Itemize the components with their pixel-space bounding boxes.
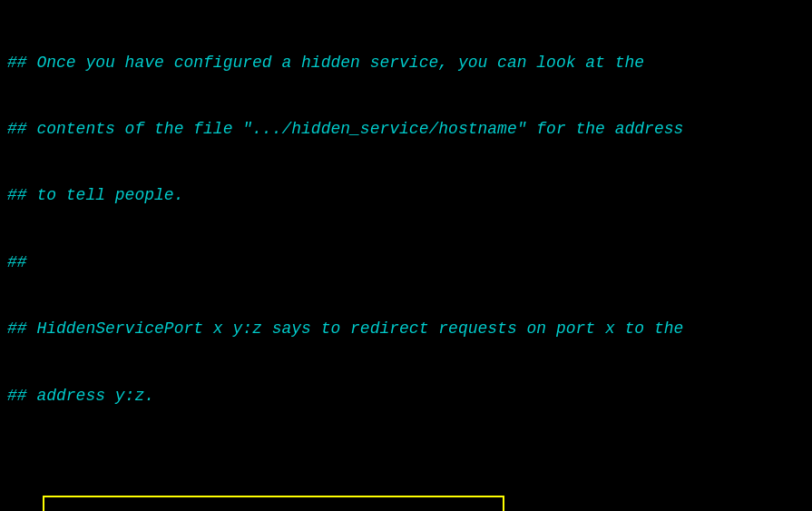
editor-container: ## Once you have configured a hidden ser… [0, 0, 812, 511]
line-6: ## address y:z. [7, 385, 805, 408]
line-3: ## to tell people. [7, 184, 805, 207]
line-1: ## Once you have configured a hidden ser… [7, 52, 805, 74]
line-5: ## HiddenServicePort x y:z says to redir… [7, 318, 805, 340]
line-2: ## contents of the file ".../hidden_serv… [7, 118, 805, 141]
line-4: ## [7, 251, 805, 274]
code-content: ## Once you have configured a hidden ser… [0, 4, 812, 511]
highlighted-block: #HiddenServiceDir /var/lib/tor/hidden_se… [43, 496, 504, 511]
line-7-empty [7, 451, 805, 474]
